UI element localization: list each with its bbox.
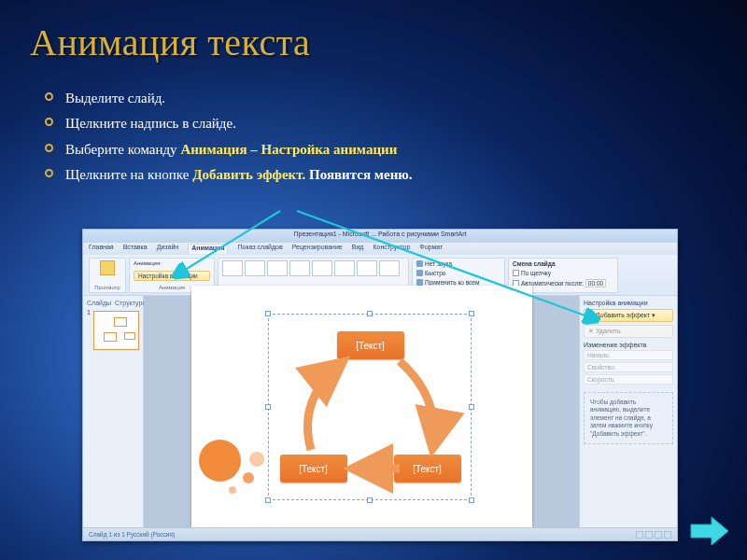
- transition-thumb[interactable]: [312, 260, 332, 276]
- preview-icon[interactable]: [100, 260, 115, 275]
- bullet-item: Щелкните надпись в слайде.: [65, 113, 413, 134]
- thumbs-tab-outline[interactable]: Структура: [115, 300, 146, 306]
- task-pane-hint: Чтобы добавить анимацию, выделите элемен…: [584, 392, 673, 444]
- smartart-selection[interactable]: [Текст] [Текст] [Текст]: [268, 314, 472, 500]
- bullet-list: Выделите слайд. Щелкните надпись в слайд…: [65, 88, 413, 189]
- bullet-icon: [45, 118, 53, 126]
- bullet-item: Щелкните на кнопке Добавить эффект. Появ…: [65, 164, 413, 186]
- bullet-icon: [45, 169, 53, 177]
- task-pane-section: Изменение эффекта: [584, 342, 673, 348]
- theme-circle-icon: [249, 452, 264, 467]
- app-body: Слайды Структура 1 [Текст]: [83, 296, 677, 527]
- transition-thumb[interactable]: [379, 260, 400, 276]
- ribbon-tab[interactable]: Рецензирование: [292, 244, 343, 254]
- theme-circle-icon: [229, 486, 236, 494]
- task-pane-title: Настройка анимации: [584, 300, 673, 306]
- ribbon-tab[interactable]: Вид: [352, 244, 364, 254]
- transition-thumb[interactable]: [267, 260, 288, 276]
- thumbs-tab-slides[interactable]: Слайды: [87, 300, 111, 306]
- embedded-screenshot: Презентация1 - Microsoft ... Работа с ри…: [82, 229, 678, 541]
- slide-number: 1: [87, 309, 91, 350]
- speed-icon: [416, 270, 423, 276]
- remove-effect-button: ✕ Удалить: [584, 325, 673, 338]
- sound-dropdown[interactable]: Нет звука: [425, 260, 452, 267]
- bullet-item: Выберите команду Анимация – Настройка ан…: [65, 139, 413, 161]
- slide-canvas[interactable]: [Текст] [Текст] [Текст]: [144, 296, 579, 527]
- ribbon-group-preview: Просмотр: [89, 258, 126, 293]
- advance-on-click[interactable]: По щелчку: [521, 270, 551, 276]
- slide-title: Анимация текста: [30, 21, 310, 64]
- advance-heading: Смена слайда: [513, 260, 613, 267]
- ribbon-group-label: Просмотр: [93, 285, 121, 290]
- transition-thumb[interactable]: [357, 260, 377, 276]
- bullet-highlight: Анимация – Настройка анимации: [180, 142, 397, 157]
- speed-dropdown[interactable]: Быстро: [425, 270, 445, 276]
- ribbon-tab[interactable]: Анимация: [188, 244, 228, 254]
- effect-start-field: Начало:: [584, 350, 673, 360]
- theme-circle-icon: [243, 472, 254, 483]
- animation-task-pane: Настройка анимации ★ Добавить эффект ▾ ✕…: [579, 296, 677, 527]
- transition-gallery[interactable]: [222, 260, 404, 276]
- ribbon-tab[interactable]: Формат: [419, 244, 443, 254]
- next-slide-button[interactable]: [689, 515, 730, 547]
- add-effect-button[interactable]: ★ Добавить эффект ▾: [584, 309, 673, 322]
- ribbon-tab[interactable]: Дизайн: [157, 244, 179, 254]
- bullet-text: Щелкните надпись в слайде.: [65, 116, 236, 131]
- star-icon: ★: [588, 312, 594, 318]
- status-text: Слайд 1 из 1 Русский (Россия): [89, 531, 175, 538]
- ribbon-tab[interactable]: Главная: [89, 244, 114, 254]
- status-bar: Слайд 1 из 1 Русский (Россия): [83, 527, 677, 540]
- slides-thumbnails-pane: Слайды Структура 1: [83, 296, 144, 527]
- transition-thumb[interactable]: [222, 260, 243, 276]
- view-buttons[interactable]: [634, 530, 671, 538]
- animation-settings-button[interactable]: Настройка анимации: [134, 271, 210, 281]
- ribbon-tab[interactable]: Конструктор: [373, 244, 410, 254]
- slide: [Текст] [Текст] [Текст]: [191, 286, 532, 538]
- transition-thumb[interactable]: [334, 260, 355, 276]
- transition-thumb[interactable]: [289, 260, 310, 276]
- anim-dropdown-label: Анимация:: [134, 260, 162, 266]
- sound-icon: [416, 260, 423, 267]
- transition-thumb[interactable]: [245, 260, 265, 276]
- apply-all-button[interactable]: Применить ко всем: [425, 279, 479, 286]
- slide-thumbnail[interactable]: [93, 311, 139, 350]
- advance-time[interactable]: 00:00: [585, 279, 606, 287]
- checkbox-icon[interactable]: [513, 270, 519, 276]
- smartart-arrows: [269, 315, 471, 499]
- effect-speed-field: Скорость:: [584, 374, 673, 385]
- apply-all-icon: [416, 279, 423, 286]
- bullet-icon: [45, 92, 53, 101]
- bullet-text: Щелкните на кнопке: [65, 167, 192, 182]
- ribbon-tabs: Главная Вставка Дизайн Анимация Показ сл…: [83, 243, 677, 255]
- ribbon-tab[interactable]: Показ слайдов: [237, 244, 282, 254]
- window-titlebar: Презентация1 - Microsoft ... Работа с ри…: [83, 230, 677, 243]
- add-effect-label: Добавить эффект: [596, 312, 650, 318]
- theme-circle-icon: [199, 440, 241, 482]
- bullet-text: Выберите команду: [65, 142, 180, 157]
- effect-property-field: Свойство:: [584, 362, 673, 372]
- bullet-highlight: Добавить эффект.: [192, 167, 305, 182]
- bullet-item: Выделите слайд.: [65, 88, 413, 109]
- bullet-text: Выделите слайд.: [65, 91, 165, 105]
- bullet-text: Появится меню.: [305, 167, 412, 182]
- ribbon-tab[interactable]: Вставка: [123, 244, 148, 254]
- bullet-icon: [45, 144, 53, 152]
